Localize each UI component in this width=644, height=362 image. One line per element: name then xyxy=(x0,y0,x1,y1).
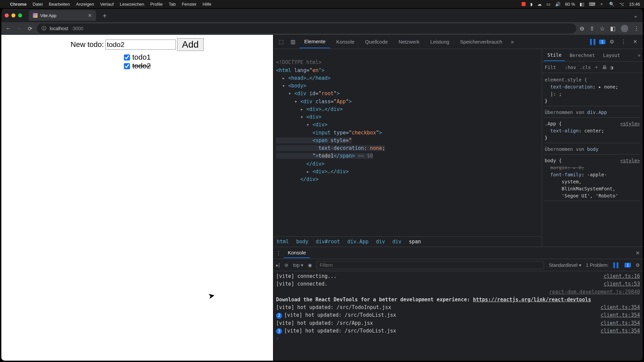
drawer-menu-icon[interactable]: ⋮ xyxy=(276,250,281,256)
styles-filter-input[interactable]: Filt xyxy=(545,65,561,70)
devtools-settings-icon[interactable]: ⚙ xyxy=(607,39,617,45)
new-tab-button[interactable]: ＋ xyxy=(99,11,111,20)
issues-count: 1 xyxy=(599,40,605,44)
zoom-icon[interactable]: ⊖ xyxy=(580,25,584,32)
styles-rules[interactable]: element.style { text-decoration: ▸ none;… xyxy=(542,73,643,247)
spotlight-icon[interactable]: 🔍 xyxy=(609,2,614,7)
styles-hov-toggle[interactable]: :hov xyxy=(565,65,576,70)
console-sidebar-icon[interactable]: ▸| xyxy=(276,262,280,268)
menu-anzeigen[interactable]: Anzeigen xyxy=(76,2,94,7)
crumb[interactable]: body xyxy=(296,239,308,245)
forward-button[interactable]: → xyxy=(15,25,23,32)
drawer-tab-konsole[interactable]: Konsole xyxy=(284,248,310,258)
styles-tab-layout[interactable]: Layout xyxy=(600,50,624,61)
browser-toolbar: ← → ⟳ ⓘ localhost:3000 ⊖ ⇪ ☆ ◧ ⋮ xyxy=(1,22,643,35)
dom-breadcrumb[interactable]: html body div#root div.App div div span xyxy=(273,236,542,247)
crumb[interactable]: html xyxy=(277,239,289,245)
do-not-disturb-icon[interactable]: ◗ xyxy=(530,2,533,7)
reload-button[interactable]: ⟳ xyxy=(26,25,34,32)
menu-fenster[interactable]: Fenster xyxy=(182,2,197,7)
share-icon[interactable]: ⇪ xyxy=(590,25,594,32)
issues-icon[interactable]: ▌▌ xyxy=(590,39,597,45)
menubar-app-name[interactable]: Chrome xyxy=(10,2,26,7)
tab-close-icon[interactable]: ✕ xyxy=(88,13,92,18)
tab-speicher[interactable]: Speicherverbrauch xyxy=(455,36,507,48)
battery-icon[interactable]: ▮▯ xyxy=(580,2,584,7)
window-maximize-button[interactable] xyxy=(18,13,22,17)
inspect-element-icon[interactable]: ⬚ xyxy=(276,39,286,45)
styles-cls-toggle[interactable]: .cls xyxy=(580,65,591,70)
console-clear-icon[interactable]: ⊘ xyxy=(284,262,288,268)
todo-text: todo2 xyxy=(132,62,151,70)
crumb[interactable]: div xyxy=(392,239,401,245)
menu-datei[interactable]: Datei xyxy=(33,2,43,7)
menu-tab[interactable]: Tab xyxy=(169,2,176,7)
tab-konsole[interactable]: Konsole xyxy=(331,36,359,48)
menu-profile[interactable]: Profile xyxy=(150,2,163,7)
device-toolbar-icon[interactable]: ▥ xyxy=(288,39,298,45)
window-close-button[interactable] xyxy=(5,13,9,17)
styles-new-rule-icon[interactable]: ＋ xyxy=(594,64,599,70)
crumb[interactable]: div.App xyxy=(347,239,369,245)
crumb[interactable]: div#root xyxy=(316,239,340,245)
menu-hilfe[interactable]: Hilfe xyxy=(203,2,211,7)
crumb[interactable]: div xyxy=(376,239,385,245)
menu-lesezeichen[interactable]: Lesezeichen xyxy=(120,2,144,7)
window-minimize-button[interactable] xyxy=(11,13,15,17)
battery-text: 80 % xyxy=(565,2,575,7)
volume-icon[interactable]: 🔊 xyxy=(555,2,560,7)
cloud-icon[interactable]: ☁ xyxy=(537,2,542,7)
todo-checkbox[interactable] xyxy=(124,63,130,69)
chrome-menu-icon[interactable]: ⋮ xyxy=(634,25,639,32)
extensions-icon[interactable]: ◧ xyxy=(610,25,615,32)
console-live-icon[interactable]: ◉ xyxy=(308,262,312,268)
tab-leistung[interactable]: Leistung xyxy=(426,36,454,48)
console-context-select[interactable]: top ▾ xyxy=(293,262,303,268)
elements-dom-pane[interactable]: <!DOCTYPE html> <html lang="en"> ▸ <head… xyxy=(273,49,542,247)
tab-netzwerk[interactable]: Netzwerk xyxy=(394,36,424,48)
back-button[interactable]: ← xyxy=(5,25,12,32)
tab-title: Vite App xyxy=(40,13,56,18)
new-todo-input[interactable] xyxy=(105,40,176,50)
devtools-menu-icon[interactable]: ⋮ xyxy=(618,39,629,45)
todo-checkbox[interactable] xyxy=(124,54,130,60)
bookmark-icon[interactable]: ☆ xyxy=(600,25,605,32)
profile-avatar[interactable] xyxy=(621,25,628,32)
new-todo-label: New todo: xyxy=(71,40,104,49)
display-icon[interactable]: ▭ xyxy=(546,2,550,7)
console-level-select[interactable]: Standardlevel ▾ xyxy=(549,262,581,268)
wifi-icon[interactable]: ᯤ xyxy=(600,2,604,7)
menu-verlauf[interactable]: Verlauf xyxy=(100,2,114,7)
control-center-icon[interactable]: ⌥ xyxy=(619,2,624,7)
tab-favicon-icon xyxy=(33,13,38,18)
status-red-icon[interactable] xyxy=(522,2,526,6)
tab-elemente[interactable]: Elemente xyxy=(300,35,330,48)
devtools-close-icon[interactable]: ✕ xyxy=(630,39,640,45)
keyboard-icon[interactable]: ⌨ xyxy=(589,2,595,7)
add-button[interactable]: Add xyxy=(177,38,204,51)
menu-bearbeiten[interactable]: Bearbeiten xyxy=(49,2,70,7)
url-host: localhost xyxy=(50,26,68,31)
mac-menubar: Chrome Datei Bearbeiten Anzeigen Verlauf… xyxy=(0,0,644,8)
console-log[interactable]: [vite] connecting...client.ts:16 [vite] … xyxy=(273,271,643,361)
styles-print-icon[interactable]: 🖶 xyxy=(602,65,607,70)
clock[interactable]: 15:46 xyxy=(629,2,640,7)
console-filter-input[interactable] xyxy=(317,261,544,269)
styles-tab-stile[interactable]: Stile xyxy=(544,50,565,61)
console-problems-label[interactable]: 1 Problem: xyxy=(586,262,609,268)
tab-quellcode[interactable]: Quellcode xyxy=(361,36,393,48)
crumb[interactable]: span xyxy=(409,239,421,245)
tab-overflow-icon[interactable]: ⌄ xyxy=(629,12,643,19)
console-settings-icon[interactable]: ⚙ xyxy=(636,262,640,268)
styles-tab-berechnet[interactable]: Berechnet xyxy=(566,50,598,61)
styles-tabs-overflow-icon[interactable]: » xyxy=(638,53,641,58)
dom-tree[interactable]: <!DOCTYPE html> <html lang="en"> ▸ <head… xyxy=(273,49,542,236)
drawer-close-icon[interactable]: ✕ xyxy=(636,250,640,256)
address-bar[interactable]: ⓘ localhost:3000 xyxy=(37,23,576,34)
tabs-overflow-icon[interactable]: » xyxy=(508,39,517,45)
site-info-icon[interactable]: ⓘ xyxy=(42,25,46,32)
console-prompt[interactable]: › xyxy=(276,335,279,343)
styles-panel-icon[interactable]: ◨ xyxy=(610,65,613,70)
styles-pane: Stile Berechnet Layout » Filt :hov .cls … xyxy=(542,49,643,247)
browser-tab[interactable]: Vite App ✕ xyxy=(29,10,96,21)
